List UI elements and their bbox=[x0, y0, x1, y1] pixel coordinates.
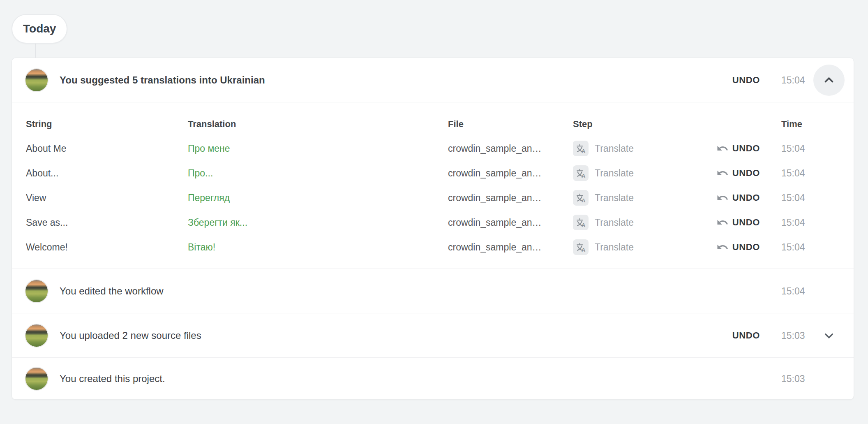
undo-translation-button[interactable]: UNDO bbox=[716, 192, 760, 204]
undo-arrow-icon bbox=[716, 192, 729, 204]
activity-card: You suggested 5 translations into Ukrain… bbox=[12, 58, 854, 400]
source-string: Welcome! bbox=[26, 242, 68, 253]
svg-text:A: A bbox=[582, 197, 585, 204]
step-label: Translate bbox=[595, 217, 634, 228]
file-name: crowdin_sample_an… bbox=[448, 143, 542, 154]
row-time: 15:04 bbox=[781, 217, 805, 228]
source-string: Save as... bbox=[26, 217, 68, 228]
row-time: 15:04 bbox=[781, 143, 805, 154]
collapse-button[interactable] bbox=[813, 65, 845, 96]
undo-button-label: UNDO bbox=[732, 75, 760, 86]
date-badge: Today bbox=[12, 14, 67, 44]
undo-translation-button[interactable]: UNDO bbox=[716, 216, 760, 229]
activity-time: 15:03 bbox=[781, 373, 843, 384]
table-row: View Перегляд crowdin_sample_an… A Trans… bbox=[12, 185, 854, 210]
translations-table: String Translation File Step Time About … bbox=[12, 102, 854, 269]
step-label: Translate bbox=[595, 168, 634, 179]
file-name: crowdin_sample_an… bbox=[448, 168, 542, 179]
undo-arrow-icon bbox=[716, 142, 729, 155]
timeline-connector bbox=[35, 44, 36, 58]
step-label: Translate bbox=[595, 242, 634, 253]
user-avatar bbox=[25, 324, 48, 348]
user-avatar bbox=[25, 68, 48, 92]
svg-text:A: A bbox=[582, 173, 585, 179]
file-name: crowdin_sample_an… bbox=[448, 217, 542, 228]
translate-step-icon: A bbox=[573, 215, 589, 230]
undo-button-label: UNDO bbox=[732, 217, 760, 228]
translate-step-icon: A bbox=[573, 239, 589, 255]
row-time: 15:04 bbox=[781, 242, 805, 253]
translation-text: Про... bbox=[188, 168, 213, 179]
activity-row-created-project: You created this project. 15:03 bbox=[12, 358, 854, 399]
undo-upload-button[interactable]: UNDO bbox=[732, 330, 760, 341]
activity-headline: You created this project. bbox=[60, 373, 165, 385]
source-string: About Me bbox=[26, 143, 66, 154]
file-name: crowdin_sample_an… bbox=[448, 192, 542, 204]
undo-button-label: UNDO bbox=[732, 242, 760, 253]
translation-text: Зберегти як... bbox=[188, 217, 247, 228]
activity-page: Today You suggested 5 translations into … bbox=[0, 0, 868, 424]
table-row: Welcome! Вітаю! crowdin_sample_an… A Tra… bbox=[12, 235, 854, 259]
undo-translation-button[interactable]: UNDO bbox=[716, 142, 760, 155]
svg-text:A: A bbox=[582, 148, 585, 154]
step-label: Translate bbox=[595, 143, 634, 154]
undo-suggestions-button[interactable]: UNDO bbox=[732, 75, 760, 86]
undo-translation-button[interactable]: UNDO bbox=[716, 241, 760, 253]
row-time: 15:04 bbox=[781, 192, 805, 204]
undo-button-label: UNDO bbox=[732, 330, 760, 341]
activity-row-uploaded-files: You uploaded 2 new source files UNDO 15:… bbox=[12, 313, 854, 358]
activity-headline: You suggested 5 translations into Ukrain… bbox=[60, 74, 265, 86]
user-avatar bbox=[25, 367, 48, 391]
chevron-down-icon bbox=[822, 329, 836, 343]
translation-text: Про мене bbox=[188, 143, 230, 154]
table-row: Save as... Зберегти як... crowdin_sample… bbox=[12, 210, 854, 235]
chevron-up-icon bbox=[822, 73, 836, 87]
translate-step-icon: A bbox=[573, 165, 589, 181]
source-string: About... bbox=[26, 168, 58, 179]
activity-headline: You edited the workflow bbox=[60, 285, 164, 297]
svg-text:A: A bbox=[582, 247, 585, 253]
table-row: About Me Про мене crowdin_sample_an… A T… bbox=[12, 136, 854, 161]
suggested-translations-header: You suggested 5 translations into Ukrain… bbox=[12, 58, 854, 102]
table-header-row: String Translation File Step Time bbox=[12, 112, 854, 136]
user-avatar bbox=[25, 279, 48, 303]
col-header-step: Step bbox=[573, 119, 593, 130]
col-header-translation: Translation bbox=[188, 119, 236, 130]
row-time: 15:04 bbox=[781, 168, 805, 179]
translate-step-icon: A bbox=[573, 141, 589, 156]
undo-arrow-icon bbox=[716, 216, 729, 229]
col-header-string: String bbox=[26, 119, 52, 130]
step-label: Translate bbox=[595, 192, 634, 204]
translation-text: Перегляд bbox=[188, 192, 230, 204]
undo-arrow-icon bbox=[716, 241, 729, 253]
expand-button[interactable] bbox=[820, 327, 838, 345]
table-row: About... Про... crowdin_sample_an… A Tra… bbox=[12, 161, 854, 185]
undo-button-label: UNDO bbox=[732, 168, 760, 178]
undo-translation-button[interactable]: UNDO bbox=[716, 167, 760, 179]
col-header-time: Time bbox=[781, 119, 802, 130]
svg-text:A: A bbox=[582, 222, 585, 228]
undo-button-label: UNDO bbox=[732, 192, 760, 203]
undo-button-label: UNDO bbox=[732, 143, 760, 154]
date-badge-label: Today bbox=[23, 22, 56, 35]
translation-text: Вітаю! bbox=[188, 242, 215, 253]
undo-arrow-icon bbox=[716, 167, 729, 179]
activity-headline: You uploaded 2 new source files bbox=[60, 330, 201, 341]
source-string: View bbox=[26, 192, 46, 204]
file-name: crowdin_sample_an… bbox=[448, 242, 542, 253]
activity-time: 15:04 bbox=[781, 285, 843, 297]
col-header-file: File bbox=[448, 119, 464, 130]
activity-row-edited-workflow: You edited the workflow 15:04 bbox=[12, 269, 854, 313]
translate-step-icon: A bbox=[573, 190, 589, 206]
